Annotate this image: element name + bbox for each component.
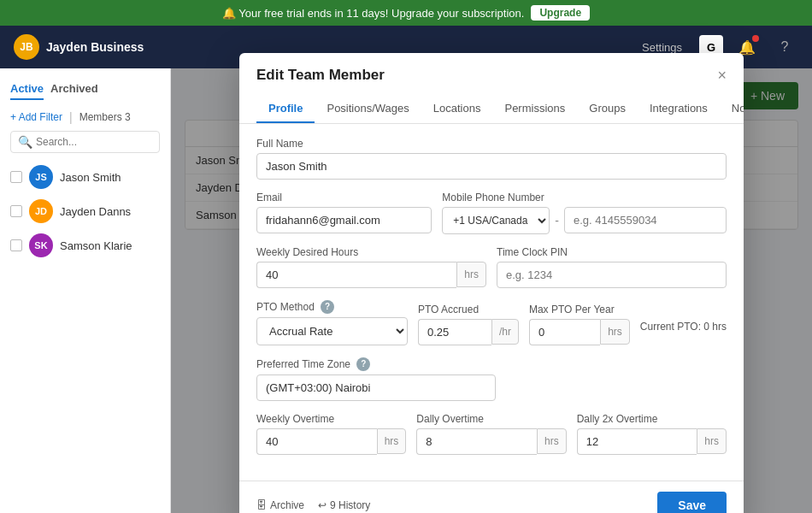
daily-overtime-group: Dally Overtime hrs [416,413,566,455]
history-button[interactable]: ↩ 9 History [318,499,370,511]
search-input[interactable] [36,136,152,148]
phone-number-input[interactable] [564,207,727,233]
save-button[interactable]: Save [657,492,727,514]
sidebar-tabs: Active Archived [0,79,170,100]
timezone-group: Preferred Time Zone ? [256,357,727,401]
daily-2x-input-group: hrs [577,428,727,455]
pto-accrued-input[interactable] [418,319,491,345]
max-pto-unit: hrs [600,319,630,345]
upgrade-button[interactable]: Upgrade [531,5,590,21]
current-pto: Current PTO: 0 hrs [640,321,727,336]
modal-tabs: Profile Positions/Wages Locations Permis… [239,95,744,124]
pto-row: PTO Method ? Accrual Rate PTO Accrued [256,300,727,357]
tab-locations[interactable]: Locations [421,95,493,123]
full-name-input[interactable] [256,153,727,180]
weekly-hours-group: Weekly Desired Hours hrs [256,246,486,288]
list-item[interactable]: JS Jason Smith [7,160,163,194]
weekly-overtime-label: Weekly Overtime [256,413,406,425]
tab-notes[interactable]: Notes [720,95,744,123]
member-name: Jason Smith [60,171,121,184]
search-box: 🔍 [10,131,160,153]
modal-header: Edit Team Member × [239,53,744,85]
modal-title: Edit Team Member [256,67,385,84]
add-filter-button[interactable]: + Add Filter [10,111,62,123]
tab-permissions[interactable]: Permissions [492,95,577,123]
daily-overtime-input[interactable] [416,428,537,455]
pin-col: Time Clock PIN [497,246,727,300]
tab-groups[interactable]: Groups [577,95,638,123]
phone-label: Mobile Phone Number [442,192,727,203]
list-item[interactable]: JD Jayden Danns [7,194,163,228]
pto-accrued-group: PTO Accrued /hr [418,304,519,345]
avatar: JD [29,199,53,223]
daily-2x-unit: hrs [697,428,727,454]
modal-footer: 🗄 Archive ↩ 9 History Save [239,481,744,514]
pto-accrued-label: PTO Accrued [418,304,519,315]
max-pto-col: Max PTO Per Year hrs [529,304,630,357]
phone-country-select[interactable]: +1 USA/Canada [442,207,550,234]
max-pto-input[interactable] [529,319,600,345]
sidebar-actions: + Add Filter | Members 3 [0,110,170,124]
max-pto-input-group: hrs [529,319,630,345]
timezone-label: Preferred Time Zone ? [256,357,727,371]
edit-team-member-modal: Edit Team Member × Profile Positions/Wag… [239,53,744,514]
nav-help-button[interactable]: ? [771,33,798,61]
weekly-overtime-group: Weekly Overtime hrs [256,413,406,455]
weekly-overtime-input-group: hrs [256,428,406,455]
email-group: Email [256,192,432,233]
email-col: Email [256,192,432,246]
weekly-hours-input[interactable] [256,262,456,288]
weekly-overtime-col: Weekly Overtime hrs [256,413,406,467]
pto-accrued-input-group: /hr [418,319,519,345]
pto-method-select[interactable]: Accrual Rate [256,317,408,345]
archive-icon: 🗄 [256,499,267,511]
footer-left: 🗄 Archive ↩ 9 History [256,499,370,511]
main-area: Active Archived + Add Filter | Members 3… [0,68,812,513]
member-checkbox[interactable] [10,239,22,251]
banner-text: 🔔 Your free trial ends in 11 days! Upgra… [222,7,524,20]
weekly-hours-label: Weekly Desired Hours [256,246,486,258]
weekly-overtime-input[interactable] [256,428,377,455]
daily-overtime-label: Dally Overtime [416,413,566,425]
weekly-hours-unit: hrs [456,262,486,287]
pto-help-icon[interactable]: ? [321,300,334,314]
avatar: JS [29,165,53,189]
email-input[interactable] [256,207,432,233]
avatar: SK [29,233,53,257]
hours-pin-row: Weekly Desired Hours hrs Time Clock PIN [256,246,727,300]
pto-method-group: PTO Method ? Accrual Rate [256,300,408,345]
list-item[interactable]: SK Samson Klarie [7,228,163,262]
sidebar: Active Archived + Add Filter | Members 3… [0,68,171,513]
member-name: Samson Klarie [60,239,132,252]
modal-close-button[interactable]: × [717,67,727,85]
member-checkbox[interactable] [10,205,22,217]
phone-dash: - [553,214,561,227]
tab-archived[interactable]: Archived [50,79,98,100]
member-list: JS Jason Smith JD Jayden Danns SK Samson… [0,160,170,262]
member-checkbox[interactable] [10,171,22,183]
members-badge: Members 3 [79,111,131,123]
nav-avatar: JB [14,34,39,60]
daily-overtime-unit: hrs [537,428,567,454]
daily-overtime-col: Dally Overtime hrs [416,413,566,467]
timezone-input[interactable] [256,374,496,401]
archive-label: Archive [270,499,304,511]
modal-body: Full Name Email Mobil [239,124,744,481]
tab-profile[interactable]: Profile [256,95,315,123]
notification-badge [752,35,759,42]
timezone-help-icon[interactable]: ? [356,357,370,371]
weekly-overtime-unit: hrs [377,428,407,454]
tab-integrations[interactable]: Integrations [638,95,720,123]
pto-method-label: PTO Method ? [256,300,408,314]
tab-active[interactable]: Active [10,79,44,100]
archive-button[interactable]: 🗄 Archive [256,499,304,511]
daily-2x-input[interactable] [577,428,697,455]
tab-positions-wages[interactable]: Positions/Wages [315,95,421,123]
phone-row: +1 USA/Canada - [442,207,727,234]
history-icon: ↩ [318,499,327,511]
time-pin-input[interactable] [497,262,727,288]
modal-overlay: Edit Team Member × Profile Positions/Wag… [171,68,812,513]
pto-accrued-col: PTO Accrued /hr [418,304,519,357]
nav-brand-name: Jayden Business [46,40,144,54]
weekly-hours-input-group: hrs [256,262,486,288]
